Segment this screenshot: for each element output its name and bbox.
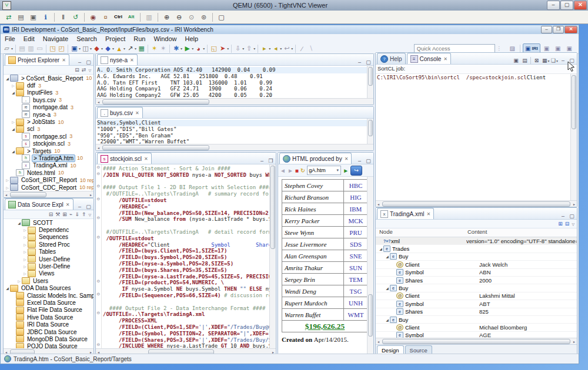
protect-button[interactable]: ▲▾ [115,44,125,53]
minimize-view-icon[interactable]: – [356,59,363,65]
fold-collapse-icon[interactable]: ⊖ [96,342,101,348]
tab-nyse-a[interactable]: nyse-a ✕ [97,54,138,65]
project-explorer-item[interactable]: ▷> JobStats10 [4,118,93,125]
save-all-button[interactable]: ▥ [27,44,35,53]
connection-options-icon[interactable]: ▣ [28,12,39,22]
project-explorer-item[interactable]: ≋nyse-a3 [4,111,93,118]
data-source-explorer-item[interactable]: IRI Data Source [4,321,93,328]
collapsed-twisty-icon[interactable]: ▷ [22,243,28,247]
refresh-icon[interactable]: ↻ [300,167,305,174]
stop-icon[interactable]: ■ [295,167,299,174]
close-icon[interactable]: ✕ [66,202,70,207]
project-explorer-item[interactable]: ▷CoSort_BIRT_Report10 repo [4,176,93,183]
data-source-explorer-item[interactable]: ▷User-Define [4,263,93,270]
project-explorer-item[interactable]: ◢> Targets10 [4,147,93,154]
data-source-explorer-item[interactable]: ▷Dependenc [4,226,93,233]
deploy-button[interactable]: ↗▾ [126,44,136,53]
edit-mode-button[interactable]: ∖ [307,44,315,53]
dropdown-caret-icon[interactable]: ▾ [280,46,282,51]
menu-file[interactable]: File [1,35,19,42]
maximize-view-icon[interactable]: ▢ [365,158,372,164]
fold-collapse-icon[interactable]: ⊖ [96,310,101,317]
zoom-out-icon[interactable]: ⊖ [173,12,185,22]
close-icon[interactable]: ✕ [62,58,66,63]
connection-info-icon[interactable]: ℹ [40,12,51,22]
close-icon[interactable]: ✕ [130,58,134,63]
vertical-scrollbar[interactable] [367,177,373,355]
eclipse-minimize-button[interactable]: – [541,26,552,33]
wand-button[interactable]: ✶ [151,44,158,53]
dropdown-caret-icon[interactable]: ▾ [227,46,229,51]
save-session-icon[interactable]: ▤ [15,12,26,22]
dropdown-caret-icon[interactable]: ▾ [291,46,293,51]
configure-icon[interactable]: ⚒ [55,211,60,217]
hotkeys-icon[interactable]: ¤ [100,12,111,22]
debug-button[interactable]: ✱▾ [172,44,182,53]
maximize-view-icon[interactable]: ▢ [365,59,372,65]
eclipse-close-button[interactable]: ✕ [564,26,577,33]
expanded-twisty-icon[interactable]: ◢ [378,247,383,251]
project-explorer-item[interactable]: ▷ddf3 [4,82,93,89]
menu-run[interactable]: Run [129,35,149,42]
project-explorer-item[interactable]: ≋mortgage.dat3 [4,104,93,111]
project-explorer-item[interactable]: ,buys.csv3 [4,96,93,103]
dropdown-caret-icon[interactable]: ▾ [101,46,103,51]
data-source-explorer-item[interactable]: Hive Data Source [4,314,93,321]
xml-tree-row[interactable]: eShares825 [376,308,577,316]
image-tool-button[interactable]: ▦ [138,44,145,53]
menu-edit[interactable]: Edit [19,35,39,42]
go-icon[interactable]: ► [343,167,349,174]
vnc-close-button[interactable]: ✕ [574,1,587,10]
menu-help[interactable]: Help [181,35,203,42]
tab-tradinga-xml[interactable]: x TradingA.xml ✕ [377,208,434,219]
run-button[interactable]: ▶▾ [183,44,193,53]
collapsed-twisty-icon[interactable]: ▷ [5,186,10,190]
tab-html-produced-by[interactable]: HTML produced by ✕ [279,153,352,164]
expanded-twisty-icon[interactable]: ◢ [5,76,10,80]
pin-console-icon[interactable]: ▣ [513,58,519,63]
data-source-explorer-item[interactable]: ▷Users [4,277,93,284]
minimize-view-icon[interactable]: – [76,204,83,210]
xml-tree-row[interactable]: @ClientLakshmi Mittal [376,292,577,300]
dropdown-caret-icon[interactable]: ▾ [11,46,13,51]
project-explorer-item[interactable]: sstockjoin.scl3 [4,140,93,147]
new-connection-icon[interactable]: ⌁ [69,211,72,217]
xml-tree-row[interactable]: @ClientMichael Bloomberg [376,324,577,331]
vertical-scrollbar[interactable] [367,119,373,144]
data-source-explorer-item[interactable]: Flat File Data Source [4,307,93,314]
export-icon[interactable]: ⇑ [82,211,86,217]
data-source-explorer-item[interactable]: Classic Models Inc. Sampl [4,292,93,299]
data-source-explorer-item[interactable]: JDBC Data Source [4,328,93,335]
tab-project-explorer[interactable]: Project Explorer ✕ [5,54,69,65]
project-explorer-item[interactable]: h> TradingA.htm10 [4,154,93,162]
dropdown-caret-icon[interactable]: ▾ [242,46,244,51]
xml-tree-row[interactable]: ◢eBuy [376,316,577,324]
expand-all-icon[interactable]: ⊞ [558,221,563,227]
xml-tree-row[interactable]: ◢eTrades [376,245,577,253]
next-annotation-button[interactable]: ⇩▾ [234,44,244,53]
refresh-icon[interactable]: ↺ [70,12,81,22]
full-screen-icon[interactable]: ▢ [216,12,227,22]
close-icon[interactable]: ✕ [427,211,431,217]
console-output[interactable]: C:\IRI\CoSort95\bin\sortcl /spec=stockjo… [376,74,577,81]
minimize-view-icon[interactable]: – [76,59,83,65]
maximize-view-icon[interactable]: ▢ [85,204,92,210]
print-button[interactable]: ▭ [36,44,44,53]
xml-tree-row[interactable]: ?=?xmlversion="1.0" encoding="UTF-8" sta… [376,237,577,245]
zoom-fit-icon[interactable]: ⊛ [198,12,209,22]
new-wizard-button[interactable]: ▱▾ [3,44,13,53]
back-history-button[interactable]: ↩▾ [283,44,293,53]
fold-collapse-icon[interactable]: ⊖ [96,164,101,171]
save-button[interactable]: ▤ [18,44,26,53]
expanded-twisty-icon[interactable]: ◢ [11,149,16,153]
expanded-twisty-icon[interactable]: ◢ [11,127,16,131]
collapsed-twisty-icon[interactable]: ▷ [22,271,28,275]
prev-annotation-button[interactable]: ⇧▾ [245,44,255,53]
fold-collapse-icon[interactable]: ⊖ [96,234,101,241]
tab-console[interactable]: ≡ Console ✕ [407,53,451,64]
horizontal-scrollbar[interactable]: ◂▸ [4,191,93,197]
report-red-button[interactable]: ◆▾ [93,44,103,53]
tab-stockjoin-scl[interactable]: s stockjoin.scl ✕ [97,153,152,164]
report-blue-button[interactable]: ◆▾ [104,44,114,53]
vnc-maximize-button[interactable]: ▢ [560,1,573,10]
